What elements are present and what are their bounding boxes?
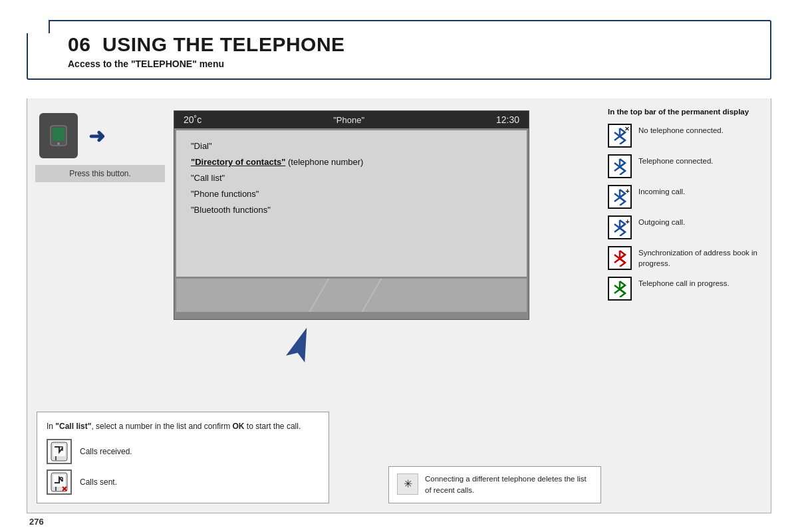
menu-item-contacts: "Directory of contacts" (telephone numbe… xyxy=(191,157,512,167)
svg-point-2 xyxy=(57,142,60,145)
calls-received-label: Calls received. xyxy=(80,447,132,456)
calls-sent-row: Calls sent. xyxy=(47,469,319,495)
calls-sent-label: Calls sent. xyxy=(80,477,117,487)
svg-rect-1 xyxy=(53,128,65,141)
status-row-outgoing: + Outgoing call. xyxy=(608,215,764,239)
note-sun-icon: ✳ xyxy=(397,473,418,495)
screen-display: 20˚c "Phone" 12:30 "Dial" "Directory of … xyxy=(174,110,529,320)
status-row-call-in-progress: Telephone call in progress. xyxy=(608,277,764,301)
header-border: 06 USING THE TELEPHONE Access to the "TE… xyxy=(27,20,771,80)
status-row-sync: Synchronization of address book in progr… xyxy=(608,246,764,270)
screen-temp: 20˚c xyxy=(184,114,201,125)
header-notch xyxy=(27,20,50,33)
bottom-note-box: ✳ Connecting a different telephone delet… xyxy=(388,466,601,504)
phone-icon xyxy=(49,124,68,147)
bt-icon-incoming: + xyxy=(608,185,632,209)
phone-button-area: ➜ xyxy=(39,113,105,158)
screen-time: 12:30 xyxy=(496,114,519,125)
bluetooth-call-icon xyxy=(612,280,627,297)
arrow-right-icon: ➜ xyxy=(88,124,105,148)
status-row-incoming: + Incoming call. xyxy=(608,185,764,209)
screen-menu-title: "Phone" xyxy=(333,115,364,125)
screen-topbar: 20˚c "Phone" 12:30 xyxy=(174,111,529,128)
press-button-label: Press this button. xyxy=(35,165,165,182)
bt-icon-call-in-progress xyxy=(608,277,632,301)
status-text-incoming: Incoming call. xyxy=(638,185,685,197)
status-text-sync: Synchronization of address book in progr… xyxy=(638,246,764,269)
menu-item-bluetooth: "Bluetooth functions" xyxy=(191,205,512,215)
right-panel-title: In the top bar of the permanent display xyxy=(608,106,764,117)
chapter-title: 06 USING THE TELEPHONE xyxy=(68,33,754,56)
call-received-icon xyxy=(51,442,68,462)
status-row-connected: Telephone connected. xyxy=(608,154,764,178)
callout-arrow xyxy=(273,320,327,375)
bt-icon-outgoing: + xyxy=(608,215,632,239)
bluetooth-sync-icon xyxy=(612,249,627,267)
status-text-outgoing: Outgoing call. xyxy=(638,215,685,227)
right-panel: In the top bar of the permanent display … xyxy=(608,106,764,307)
menu-item-phonefunctions: "Phone functions" xyxy=(191,189,512,199)
menu-item-calllist: "Call list" xyxy=(191,173,512,183)
phone-button-icon xyxy=(39,113,78,158)
status-text-call-in-progress: Telephone call in progress. xyxy=(638,277,730,289)
subtitle: Access to the "TELEPHONE" menu xyxy=(68,59,754,69)
status-text-connected: Telephone connected. xyxy=(638,154,714,166)
calllist-instruction: In "Call list", select a number in the l… xyxy=(47,420,319,432)
screen-menu-area: "Dial" "Directory of contacts" (telephon… xyxy=(176,130,527,277)
svg-marker-3 xyxy=(286,325,316,362)
bt-icon-no-connect: ✕ xyxy=(608,124,632,148)
calls-sent-icon xyxy=(47,469,72,495)
status-row-no-connect: ✕ No telephone connected. xyxy=(608,124,764,148)
bluetooth-connected-icon xyxy=(612,158,627,175)
status-text-no-connect: No telephone connected. xyxy=(638,124,724,136)
bottom-instructions-box: In "Call list", select a number in the l… xyxy=(37,412,329,503)
bt-icon-sync xyxy=(608,246,632,270)
note-text: Connecting a different telephone deletes… xyxy=(425,473,593,497)
menu-item-dial: "Dial" xyxy=(191,141,512,151)
main-panel: ➜ Press this button. 20˚c "Phone" 12:30 … xyxy=(27,98,771,513)
call-sent-icon xyxy=(51,472,68,492)
calls-received-row: Calls received. xyxy=(47,439,319,464)
screen-diagonal-area xyxy=(176,279,527,312)
page-number: 276 xyxy=(29,517,44,527)
bt-icon-connected xyxy=(608,154,632,178)
calls-received-icon xyxy=(47,439,72,464)
